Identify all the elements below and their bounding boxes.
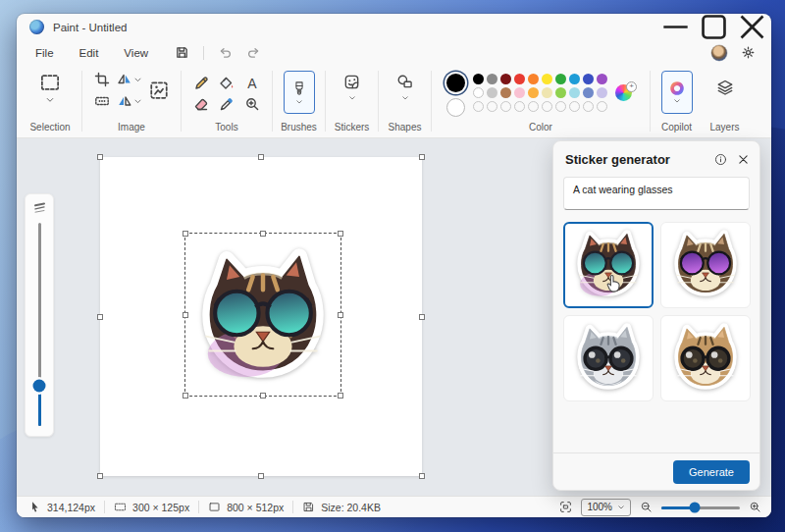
zoom-slider-thumb[interactable]: [689, 502, 700, 512]
minimize-button[interactable]: [656, 14, 695, 40]
color-swatch[interactable]: [583, 74, 594, 84]
color-swatch[interactable]: [528, 74, 539, 84]
color-swatch[interactable]: [542, 74, 552, 84]
prompt-input[interactable]: A cat wearing glasses: [563, 177, 750, 210]
background-color-swatch[interactable]: [446, 98, 465, 117]
color-swatch[interactable]: [542, 87, 552, 98]
color-swatch[interactable]: [528, 87, 539, 98]
sticker-thumbnail-3[interactable]: [563, 315, 654, 401]
rectangle-select-icon[interactable]: [38, 73, 62, 92]
brushes-button[interactable]: [284, 71, 315, 114]
eraser-icon[interactable]: [193, 96, 209, 112]
resize-handle[interactable]: [97, 154, 103, 160]
color-swatch[interactable]: [487, 74, 497, 84]
empty-color-slot[interactable]: [500, 101, 511, 112]
empty-color-slot[interactable]: [487, 101, 497, 112]
maximize-button[interactable]: [695, 14, 733, 40]
brush-size-slider[interactable]: [38, 223, 41, 426]
generate-button[interactable]: Generate: [673, 460, 750, 484]
color-swatch[interactable]: [569, 87, 580, 98]
resize-handle[interactable]: [419, 314, 425, 320]
empty-color-slot[interactable]: [514, 101, 525, 112]
fit-to-screen-icon[interactable]: [559, 501, 572, 513]
resize-handle[interactable]: [260, 231, 266, 237]
resize-handle[interactable]: [260, 393, 266, 399]
sticker-thumbnail-1[interactable]: [563, 222, 654, 308]
chevron-down-icon[interactable]: [133, 97, 142, 106]
resize-handle[interactable]: [183, 231, 188, 237]
color-swatch[interactable]: [597, 74, 607, 84]
menu-edit[interactable]: Edit: [67, 44, 112, 62]
eyedropper-icon[interactable]: [219, 96, 235, 112]
chevron-down-icon[interactable]: [44, 95, 56, 105]
zoom-out-icon[interactable]: [640, 501, 653, 513]
redo-icon[interactable]: [246, 45, 261, 60]
chevron-down-icon[interactable]: [133, 76, 142, 84]
settings-gear-icon[interactable]: [741, 45, 756, 60]
account-avatar[interactable]: [711, 45, 727, 61]
color-swatch[interactable]: [555, 87, 566, 98]
color-swatch[interactable]: [514, 74, 525, 84]
color-swatch[interactable]: [473, 87, 484, 98]
foreground-color-swatch[interactable]: [446, 74, 465, 92]
resize-handle[interactable]: [258, 473, 264, 479]
close-button[interactable]: [733, 14, 771, 40]
color-swatch[interactable]: [597, 87, 607, 98]
undo-icon[interactable]: [218, 45, 233, 60]
layers-button[interactable]: [716, 79, 734, 96]
stickers-button[interactable]: [343, 74, 360, 102]
resize-handle[interactable]: [183, 393, 188, 399]
panel-close-icon[interactable]: [737, 153, 750, 166]
cat-sticker-on-canvas[interactable]: [190, 237, 336, 390]
resize-handle[interactable]: [338, 312, 343, 318]
empty-color-slot[interactable]: [555, 101, 566, 112]
resize-handle[interactable]: [97, 314, 103, 320]
text-tool-icon[interactable]: A: [247, 77, 256, 90]
marquee-icon[interactable]: [94, 93, 110, 109]
color-swatch[interactable]: [583, 87, 594, 98]
empty-color-slot[interactable]: [583, 101, 594, 112]
rotate-icon[interactable]: [117, 72, 132, 87]
empty-color-slot[interactable]: [569, 101, 580, 112]
color-swatch[interactable]: [487, 87, 497, 98]
color-swatch[interactable]: [514, 87, 525, 98]
color-swatch[interactable]: [555, 74, 566, 84]
empty-color-slot[interactable]: [528, 101, 539, 112]
crop-icon[interactable]: [94, 72, 110, 87]
resize-handle[interactable]: [419, 154, 425, 160]
canvas[interactable]: [100, 157, 422, 476]
flip-icon[interactable]: [117, 93, 132, 109]
sticker-cat-art: [668, 226, 743, 304]
pencil-icon[interactable]: [193, 76, 209, 91]
fill-bucket-icon[interactable]: [219, 76, 235, 91]
resize-handle[interactable]: [183, 312, 188, 318]
save-icon[interactable]: [175, 45, 189, 60]
shapes-button[interactable]: [396, 74, 413, 102]
color-swatch[interactable]: [500, 87, 511, 98]
copilot-button[interactable]: [661, 71, 693, 114]
resize-handle[interactable]: [419, 473, 425, 479]
empty-color-slot[interactable]: [542, 101, 552, 112]
menu-view[interactable]: View: [111, 44, 161, 62]
resize-handle[interactable]: [97, 473, 103, 479]
edit-colors-button[interactable]: +: [615, 81, 635, 101]
magnifier-icon[interactable]: [244, 96, 260, 112]
color-swatch[interactable]: [473, 74, 484, 84]
resize-handle[interactable]: [338, 231, 343, 237]
resize-image-icon[interactable]: [149, 80, 169, 100]
sticker-thumbnail-2[interactable]: [660, 222, 751, 308]
zoom-in-icon[interactable]: [749, 501, 761, 513]
sticker-thumbnail-4[interactable]: [660, 315, 751, 401]
color-swatch[interactable]: [569, 74, 580, 84]
resize-handle[interactable]: [338, 393, 343, 399]
selection-rect[interactable]: [184, 233, 341, 397]
slider-thumb[interactable]: [33, 379, 46, 392]
info-icon[interactable]: [714, 153, 727, 166]
zoom-level-select[interactable]: 100%: [581, 499, 631, 516]
empty-color-slot[interactable]: [597, 101, 607, 112]
menu-file[interactable]: File: [23, 44, 67, 62]
resize-handle[interactable]: [258, 154, 264, 160]
color-swatch[interactable]: [500, 74, 511, 84]
empty-color-slot[interactable]: [473, 101, 484, 112]
zoom-slider[interactable]: [661, 501, 740, 513]
